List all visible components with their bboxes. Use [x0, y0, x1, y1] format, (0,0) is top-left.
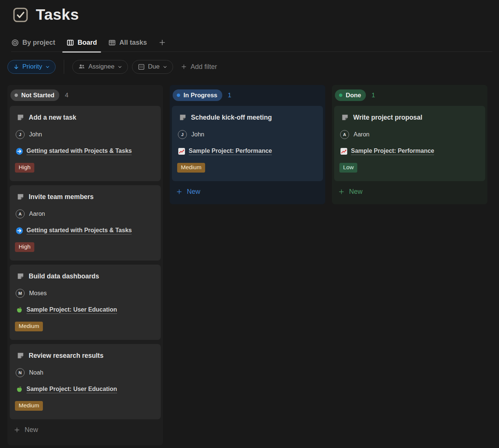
- due-filter-button[interactable]: Due: [132, 60, 173, 74]
- task-title: Add a new task: [29, 114, 76, 122]
- apple-icon: [16, 386, 23, 393]
- column-name: Done: [346, 92, 361, 99]
- task-title: Schedule kick-off meeting: [191, 114, 272, 122]
- column-in-progress: In Progress 1 Schedule kick-off meeting …: [170, 85, 325, 204]
- checkbox-icon: [13, 7, 28, 23]
- task-card[interactable]: Invite team members A Aaron Getting star…: [10, 185, 161, 261]
- task-page-icon: [16, 351, 25, 360]
- arrow-circle-icon: [16, 148, 23, 155]
- plus-icon: [176, 188, 183, 195]
- column-count: 1: [371, 92, 375, 99]
- new-task-button[interactable]: New: [10, 421, 161, 439]
- task-card[interactable]: Add a new task J John Getting started wi…: [10, 106, 161, 181]
- task-card[interactable]: Schedule kick-off meeting J John Sample …: [172, 106, 323, 181]
- add-filter-button[interactable]: Add filter: [181, 63, 217, 71]
- task-card[interactable]: Review research results N Noah Sample Pr…: [10, 344, 161, 419]
- assignee-name: John: [191, 131, 204, 138]
- avatar: J: [178, 130, 187, 139]
- status-pill-done[interactable]: Done: [335, 89, 366, 101]
- column-count: 4: [65, 92, 68, 99]
- view-tabs: By project Board All tasks: [11, 38, 492, 52]
- filter-toolbar: Priority Assignee: [7, 60, 499, 74]
- column-header: In Progress 1: [172, 87, 323, 106]
- task-card[interactable]: Build data dashboards M Moses Sample Pro…: [10, 265, 161, 340]
- new-task-button[interactable]: New: [172, 183, 323, 201]
- column-header: Done 1: [334, 87, 485, 106]
- assignee-filter-label: Assignee: [88, 63, 114, 70]
- apple-icon: [16, 306, 23, 314]
- assignee-filter-button[interactable]: Assignee: [72, 60, 128, 74]
- tab-by-project[interactable]: By project: [11, 39, 55, 47]
- add-view-button[interactable]: [158, 38, 166, 47]
- assignee-name: Moses: [29, 290, 47, 297]
- task-title: Review research results: [29, 352, 103, 360]
- plus-icon: [13, 426, 21, 433]
- avatar: A: [16, 209, 25, 218]
- column-count: 1: [228, 92, 231, 99]
- chart-icon: [340, 148, 348, 155]
- arrow-down-icon: [13, 64, 19, 70]
- priority-tag: Medium: [177, 163, 205, 173]
- tab-all-tasks[interactable]: All tasks: [108, 39, 147, 47]
- column-header: Not Started 4: [10, 87, 161, 106]
- toolbar-divider: [64, 60, 64, 74]
- tab-label: By project: [22, 39, 55, 47]
- priority-sort-button[interactable]: Priority: [7, 60, 56, 74]
- status-pill-not-started[interactable]: Not Started: [10, 89, 59, 101]
- table-icon: [108, 39, 116, 47]
- task-title: Write project proposal: [353, 114, 422, 122]
- add-filter-label: Add filter: [191, 63, 217, 71]
- cards-list: Write project proposal A Aaron Sample Pr…: [334, 106, 485, 181]
- task-page-icon: [16, 193, 25, 201]
- project-link[interactable]: Sample Project: User Education: [26, 386, 117, 393]
- avatar: N: [16, 368, 25, 377]
- target-icon: [11, 39, 19, 47]
- assignee-name: Aaron: [29, 211, 45, 217]
- task-page-icon: [16, 272, 25, 280]
- avatar: A: [340, 130, 349, 139]
- status-dot: [339, 94, 342, 97]
- plus-icon: [158, 38, 166, 47]
- priority-tag: High: [15, 242, 34, 252]
- assignee-name: John: [29, 131, 42, 138]
- tab-board[interactable]: Board: [66, 39, 97, 47]
- kanban-board: Not Started 4 Add a new task J Joh: [7, 85, 499, 445]
- chart-icon: [178, 148, 185, 155]
- cards-list: Schedule kick-off meeting J John Sample …: [172, 106, 323, 181]
- task-title: Invite team members: [29, 193, 94, 201]
- tab-label: All tasks: [119, 39, 147, 47]
- plus-icon: [338, 188, 345, 195]
- status-dot: [15, 94, 18, 97]
- priority-tag: Medium: [15, 401, 43, 411]
- status-pill-in-progress[interactable]: In Progress: [173, 89, 222, 101]
- project-link[interactable]: Sample Project: User Education: [26, 306, 117, 314]
- priority-sort-label: Priority: [22, 63, 42, 70]
- new-task-button[interactable]: New: [334, 183, 485, 201]
- chevron-down-icon: [45, 64, 50, 69]
- status-dot: [177, 94, 180, 97]
- column-done: Done 1 Write project proposal A Aa: [332, 85, 487, 204]
- plus-icon: [181, 63, 187, 70]
- tab-label: Board: [78, 39, 97, 47]
- page-header: Tasks: [0, 0, 499, 23]
- project-link[interactable]: Sample Project: Performance: [189, 148, 272, 155]
- page-title: Tasks: [36, 6, 79, 23]
- column-not-started: Not Started 4 Add a new task J Joh: [7, 85, 163, 445]
- chevron-down-icon: [163, 64, 167, 69]
- avatar: J: [16, 130, 25, 139]
- project-link[interactable]: Getting started with Projects & Tasks: [26, 148, 132, 155]
- column-name: Not Started: [21, 92, 54, 99]
- priority-tag: Low: [339, 163, 357, 173]
- chevron-down-icon: [117, 64, 122, 69]
- task-card[interactable]: Write project proposal A Aaron Sample Pr…: [334, 106, 485, 181]
- project-link[interactable]: Sample Project: Performance: [351, 148, 434, 155]
- new-task-label: New: [349, 188, 363, 196]
- due-filter-label: Due: [148, 63, 160, 70]
- priority-tag: High: [15, 163, 34, 173]
- task-page-icon: [179, 113, 187, 122]
- board-icon: [66, 39, 74, 47]
- cards-list: Add a new task J John Getting started wi…: [10, 106, 161, 419]
- task-page-icon: [341, 113, 349, 122]
- new-task-label: New: [187, 188, 200, 196]
- project-link[interactable]: Getting started with Projects & Tasks: [26, 227, 132, 234]
